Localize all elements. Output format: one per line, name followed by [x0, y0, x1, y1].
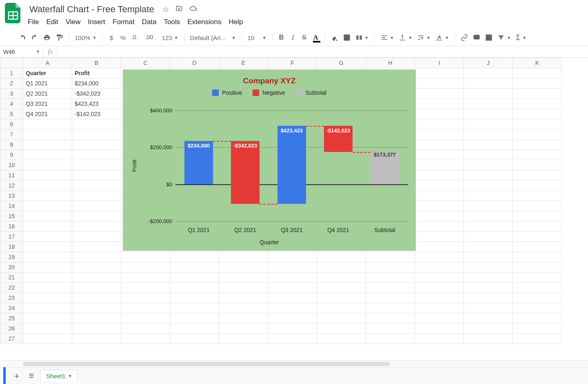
cell-I11[interactable] — [415, 170, 464, 181]
cell-A22[interactable] — [23, 283, 72, 293]
cell-I15[interactable] — [415, 211, 464, 221]
cell-B13[interactable] — [72, 191, 121, 201]
undo-button[interactable] — [17, 32, 28, 43]
cell-J13[interactable] — [464, 191, 513, 201]
cell-E24[interactable] — [219, 303, 268, 313]
cell-B25[interactable] — [72, 313, 121, 324]
cell-K24[interactable] — [513, 303, 562, 313]
col-header-H[interactable]: H — [366, 58, 415, 68]
cell-B15[interactable] — [72, 211, 121, 221]
cell-K16[interactable] — [513, 221, 562, 232]
menu-edit[interactable]: Edit — [46, 18, 58, 26]
cell-C21[interactable] — [121, 272, 170, 283]
cell-D22[interactable] — [170, 283, 219, 293]
filter-dropdown[interactable]: ▼ — [496, 32, 513, 43]
cell-B26[interactable] — [72, 324, 121, 334]
cell-J11[interactable] — [464, 170, 513, 181]
cell-B11[interactable] — [72, 170, 121, 181]
cell-D20[interactable] — [170, 262, 219, 272]
more-formats-dropdown[interactable]: 123▼ — [160, 32, 180, 43]
cloud-sync-icon[interactable] — [189, 5, 197, 14]
cell-B5[interactable]: -$142,023 — [72, 109, 121, 119]
cell-H23[interactable] — [366, 293, 415, 303]
cell-A18[interactable] — [23, 242, 72, 252]
menu-help[interactable]: Help — [229, 18, 243, 26]
cell-E21[interactable] — [219, 272, 268, 283]
bold-button[interactable]: B — [277, 32, 286, 43]
cell-J25[interactable] — [464, 313, 513, 324]
cell-G23[interactable] — [317, 293, 366, 303]
cell-I22[interactable] — [415, 283, 464, 293]
increase-decimal-button[interactable]: .00→ — [143, 32, 159, 43]
cell-H25[interactable] — [366, 313, 415, 324]
col-header-C[interactable]: C — [121, 58, 170, 68]
insert-link-button[interactable] — [459, 32, 470, 43]
row-header-16[interactable]: 16 — [0, 221, 23, 232]
cell-A1[interactable]: Quarter — [23, 68, 72, 78]
row-header-27[interactable]: 27 — [0, 334, 23, 344]
cell-A17[interactable] — [23, 232, 72, 242]
cell-D25[interactable] — [170, 313, 219, 324]
cell-C27[interactable] — [121, 334, 170, 344]
sheets-app-icon[interactable] — [3, 3, 23, 23]
strikethrough-button[interactable]: S — [300, 32, 309, 43]
cell-I12[interactable] — [415, 181, 464, 191]
spreadsheet-grid[interactable]: ABCDEFGHIJK1QuarterProfit2Q1 2021$234,00… — [0, 58, 588, 360]
cell-K13[interactable] — [513, 191, 562, 201]
row-header-8[interactable]: 8 — [0, 140, 23, 150]
italic-button[interactable]: I — [288, 32, 298, 43]
cell-H24[interactable] — [366, 303, 415, 313]
cell-J1[interactable] — [464, 68, 513, 78]
row-header-12[interactable]: 12 — [0, 181, 23, 191]
cell-K1[interactable] — [513, 68, 562, 78]
row-header-17[interactable]: 17 — [0, 232, 23, 242]
row-header-11[interactable]: 11 — [0, 170, 23, 181]
cell-A2[interactable]: Q1 2021 — [23, 78, 72, 89]
cell-J18[interactable] — [464, 242, 513, 252]
cell-K27[interactable] — [513, 334, 562, 344]
halign-dropdown[interactable]: ▼ — [379, 32, 396, 43]
cell-A19[interactable] — [23, 252, 72, 262]
font-family-dropdown[interactable]: Default (Ari...▼ — [189, 32, 237, 43]
row-header-26[interactable]: 26 — [0, 324, 23, 334]
menu-file[interactable]: File — [28, 18, 39, 26]
cell-J26[interactable] — [464, 324, 513, 334]
cell-D21[interactable] — [170, 272, 219, 283]
cell-B27[interactable] — [72, 334, 121, 344]
cell-A14[interactable] — [23, 201, 72, 211]
cell-G22[interactable] — [317, 283, 366, 293]
cell-I19[interactable] — [415, 252, 464, 262]
doc-title[interactable]: Waterfall Chart - Free Template — [27, 3, 157, 16]
row-header-4[interactable]: 4 — [0, 99, 23, 109]
cell-J27[interactable] — [464, 334, 513, 344]
cell-J10[interactable] — [464, 160, 513, 170]
cell-I7[interactable] — [415, 129, 464, 140]
cell-B2[interactable]: $234,000 — [72, 78, 121, 89]
cell-K26[interactable] — [513, 324, 562, 334]
row-header-6[interactable]: 6 — [0, 119, 23, 129]
all-sheets-button[interactable]: ≡ — [25, 370, 38, 382]
row-header-1[interactable]: 1 — [0, 68, 23, 78]
menu-tools[interactable]: Tools — [164, 18, 180, 26]
cell-C24[interactable] — [121, 303, 170, 313]
cell-K17[interactable] — [513, 232, 562, 242]
cell-C23[interactable] — [121, 293, 170, 303]
cell-B10[interactable] — [72, 160, 121, 170]
cell-F24[interactable] — [268, 303, 317, 313]
cell-D23[interactable] — [170, 293, 219, 303]
cell-K21[interactable] — [513, 272, 562, 283]
cell-D19[interactable] — [170, 252, 219, 262]
cell-B9[interactable] — [72, 150, 121, 160]
cell-I3[interactable] — [415, 89, 464, 99]
cell-H27[interactable] — [366, 334, 415, 344]
cell-I8[interactable] — [415, 140, 464, 150]
cell-E26[interactable] — [219, 324, 268, 334]
cell-I20[interactable] — [415, 262, 464, 272]
merge-cells-dropdown[interactable]: ▼ — [354, 32, 371, 43]
cell-B19[interactable] — [72, 252, 121, 262]
cell-G27[interactable] — [317, 334, 366, 344]
row-header-18[interactable]: 18 — [0, 242, 23, 252]
cell-I17[interactable] — [415, 232, 464, 242]
cell-K15[interactable] — [513, 211, 562, 221]
cell-I6[interactable] — [415, 119, 464, 129]
